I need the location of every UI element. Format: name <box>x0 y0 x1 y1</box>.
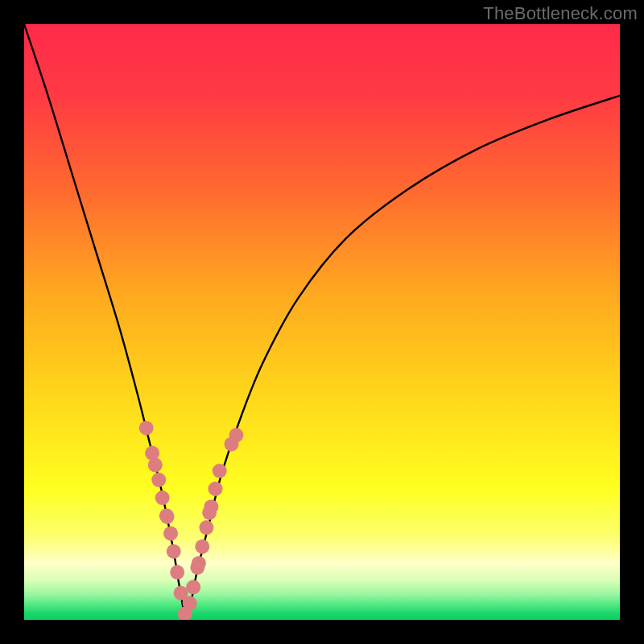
bottleneck-curve <box>24 24 620 614</box>
sample-point <box>155 490 170 505</box>
sample-point <box>213 464 227 478</box>
sample-point <box>163 526 178 541</box>
sample-point <box>139 421 154 436</box>
sample-point <box>229 428 243 443</box>
sample-point <box>183 596 197 610</box>
sample-point <box>199 520 213 535</box>
sample-point <box>186 580 200 594</box>
plot-area <box>24 24 620 620</box>
watermark-text: TheBottleneck.com <box>483 3 638 24</box>
sample-point <box>195 539 209 554</box>
curve-layer <box>24 24 620 620</box>
sample-points-group <box>139 421 244 620</box>
sample-point <box>170 565 184 580</box>
sample-point <box>208 481 223 496</box>
sample-point <box>167 544 181 559</box>
sample-point <box>148 458 163 473</box>
outer-frame: TheBottleneck.com <box>0 0 644 644</box>
sample-point <box>160 510 175 524</box>
sample-point <box>151 473 166 487</box>
sample-point <box>192 556 206 571</box>
sample-point <box>204 499 218 514</box>
